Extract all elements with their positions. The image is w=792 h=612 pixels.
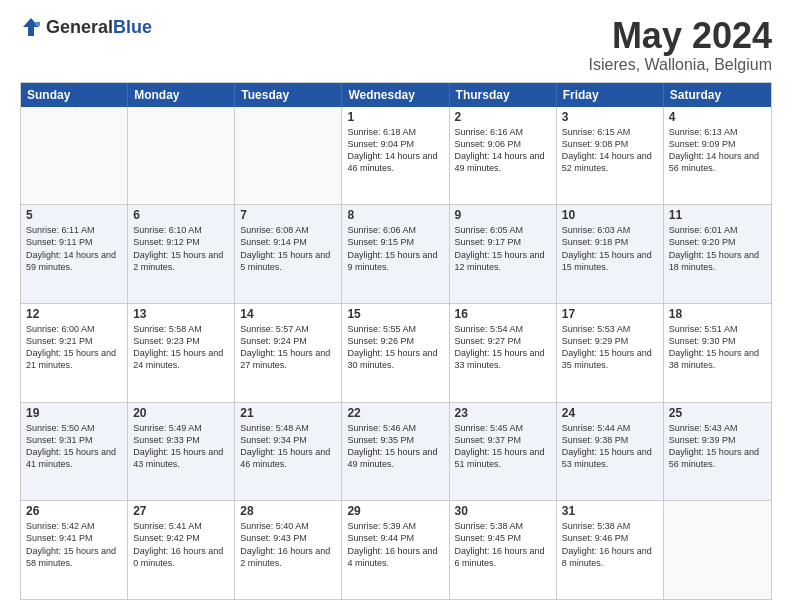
header-day-saturday: Saturday: [664, 83, 771, 107]
day-cell-21: 21Sunrise: 5:48 AM Sunset: 9:34 PM Dayli…: [235, 403, 342, 501]
day-number: 16: [455, 307, 551, 321]
day-cell-1: 1Sunrise: 6:18 AM Sunset: 9:04 PM Daylig…: [342, 107, 449, 205]
day-cell-5: 5Sunrise: 6:11 AM Sunset: 9:11 PM Daylig…: [21, 205, 128, 303]
cell-info: Sunrise: 5:38 AM Sunset: 9:45 PM Dayligh…: [455, 520, 551, 569]
day-number: 21: [240, 406, 336, 420]
day-cell-11: 11Sunrise: 6:01 AM Sunset: 9:20 PM Dayli…: [664, 205, 771, 303]
day-number: 5: [26, 208, 122, 222]
day-cell-27: 27Sunrise: 5:41 AM Sunset: 9:42 PM Dayli…: [128, 501, 235, 599]
day-number: 6: [133, 208, 229, 222]
day-number: 25: [669, 406, 766, 420]
cell-info: Sunrise: 5:54 AM Sunset: 9:27 PM Dayligh…: [455, 323, 551, 372]
day-number: 24: [562, 406, 658, 420]
calendar-body: 1Sunrise: 6:18 AM Sunset: 9:04 PM Daylig…: [21, 107, 771, 599]
day-cell-4: 4Sunrise: 6:13 AM Sunset: 9:09 PM Daylig…: [664, 107, 771, 205]
day-number: 7: [240, 208, 336, 222]
empty-cell: [128, 107, 235, 205]
logo: GeneralBlue: [20, 16, 152, 38]
day-number: 17: [562, 307, 658, 321]
week-row-4: 19Sunrise: 5:50 AM Sunset: 9:31 PM Dayli…: [21, 402, 771, 501]
day-cell-2: 2Sunrise: 6:16 AM Sunset: 9:06 PM Daylig…: [450, 107, 557, 205]
month-title: May 2024: [589, 16, 772, 56]
day-cell-25: 25Sunrise: 5:43 AM Sunset: 9:39 PM Dayli…: [664, 403, 771, 501]
day-number: 14: [240, 307, 336, 321]
day-number: 26: [26, 504, 122, 518]
header-day-thursday: Thursday: [450, 83, 557, 107]
day-number: 4: [669, 110, 766, 124]
day-number: 2: [455, 110, 551, 124]
day-cell-20: 20Sunrise: 5:49 AM Sunset: 9:33 PM Dayli…: [128, 403, 235, 501]
empty-cell: [21, 107, 128, 205]
day-cell-7: 7Sunrise: 6:08 AM Sunset: 9:14 PM Daylig…: [235, 205, 342, 303]
day-number: 15: [347, 307, 443, 321]
cell-info: Sunrise: 5:48 AM Sunset: 9:34 PM Dayligh…: [240, 422, 336, 471]
day-cell-22: 22Sunrise: 5:46 AM Sunset: 9:35 PM Dayli…: [342, 403, 449, 501]
day-number: 19: [26, 406, 122, 420]
header-day-friday: Friday: [557, 83, 664, 107]
cell-info: Sunrise: 5:46 AM Sunset: 9:35 PM Dayligh…: [347, 422, 443, 471]
week-row-5: 26Sunrise: 5:42 AM Sunset: 9:41 PM Dayli…: [21, 500, 771, 599]
cell-info: Sunrise: 5:43 AM Sunset: 9:39 PM Dayligh…: [669, 422, 766, 471]
day-cell-10: 10Sunrise: 6:03 AM Sunset: 9:18 PM Dayli…: [557, 205, 664, 303]
header: GeneralBlue May 2024 Isieres, Wallonia, …: [20, 16, 772, 74]
cell-info: Sunrise: 5:57 AM Sunset: 9:24 PM Dayligh…: [240, 323, 336, 372]
day-number: 22: [347, 406, 443, 420]
day-cell-19: 19Sunrise: 5:50 AM Sunset: 9:31 PM Dayli…: [21, 403, 128, 501]
cell-info: Sunrise: 5:44 AM Sunset: 9:38 PM Dayligh…: [562, 422, 658, 471]
header-day-tuesday: Tuesday: [235, 83, 342, 107]
empty-cell: [235, 107, 342, 205]
cell-info: Sunrise: 5:45 AM Sunset: 9:37 PM Dayligh…: [455, 422, 551, 471]
cell-info: Sunrise: 5:38 AM Sunset: 9:46 PM Dayligh…: [562, 520, 658, 569]
cell-info: Sunrise: 5:40 AM Sunset: 9:43 PM Dayligh…: [240, 520, 336, 569]
logo-icon: [20, 16, 42, 38]
day-cell-29: 29Sunrise: 5:39 AM Sunset: 9:44 PM Dayli…: [342, 501, 449, 599]
cell-info: Sunrise: 5:51 AM Sunset: 9:30 PM Dayligh…: [669, 323, 766, 372]
day-cell-16: 16Sunrise: 5:54 AM Sunset: 9:27 PM Dayli…: [450, 304, 557, 402]
cell-info: Sunrise: 5:41 AM Sunset: 9:42 PM Dayligh…: [133, 520, 229, 569]
day-number: 27: [133, 504, 229, 518]
day-number: 9: [455, 208, 551, 222]
day-cell-8: 8Sunrise: 6:06 AM Sunset: 9:15 PM Daylig…: [342, 205, 449, 303]
header-right: May 2024 Isieres, Wallonia, Belgium: [589, 16, 772, 74]
cell-info: Sunrise: 5:39 AM Sunset: 9:44 PM Dayligh…: [347, 520, 443, 569]
cell-info: Sunrise: 6:15 AM Sunset: 9:08 PM Dayligh…: [562, 126, 658, 175]
cell-info: Sunrise: 5:42 AM Sunset: 9:41 PM Dayligh…: [26, 520, 122, 569]
day-number: 18: [669, 307, 766, 321]
header-day-wednesday: Wednesday: [342, 83, 449, 107]
cell-info: Sunrise: 6:18 AM Sunset: 9:04 PM Dayligh…: [347, 126, 443, 175]
cell-info: Sunrise: 6:08 AM Sunset: 9:14 PM Dayligh…: [240, 224, 336, 273]
header-day-monday: Monday: [128, 83, 235, 107]
day-cell-28: 28Sunrise: 5:40 AM Sunset: 9:43 PM Dayli…: [235, 501, 342, 599]
cell-info: Sunrise: 6:05 AM Sunset: 9:17 PM Dayligh…: [455, 224, 551, 273]
page: GeneralBlue May 2024 Isieres, Wallonia, …: [0, 0, 792, 612]
day-cell-26: 26Sunrise: 5:42 AM Sunset: 9:41 PM Dayli…: [21, 501, 128, 599]
logo-blue: Blue: [113, 17, 152, 37]
cell-info: Sunrise: 6:06 AM Sunset: 9:15 PM Dayligh…: [347, 224, 443, 273]
day-number: 20: [133, 406, 229, 420]
day-cell-13: 13Sunrise: 5:58 AM Sunset: 9:23 PM Dayli…: [128, 304, 235, 402]
location: Isieres, Wallonia, Belgium: [589, 56, 772, 74]
cell-info: Sunrise: 6:13 AM Sunset: 9:09 PM Dayligh…: [669, 126, 766, 175]
day-number: 13: [133, 307, 229, 321]
day-cell-18: 18Sunrise: 5:51 AM Sunset: 9:30 PM Dayli…: [664, 304, 771, 402]
cell-info: Sunrise: 5:55 AM Sunset: 9:26 PM Dayligh…: [347, 323, 443, 372]
day-number: 30: [455, 504, 551, 518]
day-number: 29: [347, 504, 443, 518]
day-cell-24: 24Sunrise: 5:44 AM Sunset: 9:38 PM Dayli…: [557, 403, 664, 501]
cell-info: Sunrise: 6:10 AM Sunset: 9:12 PM Dayligh…: [133, 224, 229, 273]
day-number: 31: [562, 504, 658, 518]
week-row-3: 12Sunrise: 6:00 AM Sunset: 9:21 PM Dayli…: [21, 303, 771, 402]
day-number: 10: [562, 208, 658, 222]
calendar-header: SundayMondayTuesdayWednesdayThursdayFrid…: [21, 83, 771, 107]
logo-general: General: [46, 17, 113, 37]
cell-info: Sunrise: 6:03 AM Sunset: 9:18 PM Dayligh…: [562, 224, 658, 273]
day-cell-3: 3Sunrise: 6:15 AM Sunset: 9:08 PM Daylig…: [557, 107, 664, 205]
day-cell-15: 15Sunrise: 5:55 AM Sunset: 9:26 PM Dayli…: [342, 304, 449, 402]
cell-info: Sunrise: 5:49 AM Sunset: 9:33 PM Dayligh…: [133, 422, 229, 471]
day-number: 28: [240, 504, 336, 518]
cell-info: Sunrise: 6:16 AM Sunset: 9:06 PM Dayligh…: [455, 126, 551, 175]
week-row-1: 1Sunrise: 6:18 AM Sunset: 9:04 PM Daylig…: [21, 107, 771, 205]
day-cell-17: 17Sunrise: 5:53 AM Sunset: 9:29 PM Dayli…: [557, 304, 664, 402]
day-cell-12: 12Sunrise: 6:00 AM Sunset: 9:21 PM Dayli…: [21, 304, 128, 402]
cell-info: Sunrise: 6:01 AM Sunset: 9:20 PM Dayligh…: [669, 224, 766, 273]
